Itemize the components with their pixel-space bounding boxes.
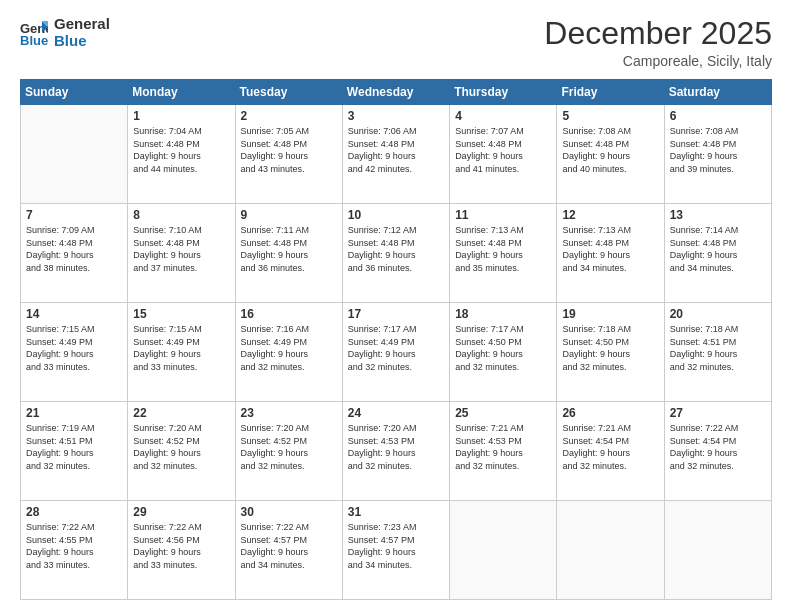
svg-text:Blue: Blue: [20, 33, 48, 47]
calendar-cell: 1Sunrise: 7:04 AMSunset: 4:48 PMDaylight…: [128, 105, 235, 204]
weekday-header-friday: Friday: [557, 80, 664, 105]
day-info: Sunrise: 7:21 AMSunset: 4:54 PMDaylight:…: [562, 422, 658, 472]
day-number: 26: [562, 406, 658, 420]
logo-line1: General: [54, 16, 110, 33]
day-number: 30: [241, 505, 337, 519]
day-number: 19: [562, 307, 658, 321]
day-info: Sunrise: 7:17 AMSunset: 4:50 PMDaylight:…: [455, 323, 551, 373]
day-info: Sunrise: 7:23 AMSunset: 4:57 PMDaylight:…: [348, 521, 444, 571]
month-title: December 2025: [544, 16, 772, 51]
day-number: 27: [670, 406, 766, 420]
day-info: Sunrise: 7:04 AMSunset: 4:48 PMDaylight:…: [133, 125, 229, 175]
day-info: Sunrise: 7:20 AMSunset: 4:53 PMDaylight:…: [348, 422, 444, 472]
calendar-cell: [664, 501, 771, 600]
day-info: Sunrise: 7:21 AMSunset: 4:53 PMDaylight:…: [455, 422, 551, 472]
weekday-header-saturday: Saturday: [664, 80, 771, 105]
logo-icon: General Blue: [20, 19, 48, 47]
day-info: Sunrise: 7:16 AMSunset: 4:49 PMDaylight:…: [241, 323, 337, 373]
calendar-cell: 17Sunrise: 7:17 AMSunset: 4:49 PMDayligh…: [342, 303, 449, 402]
calendar-cell: 2Sunrise: 7:05 AMSunset: 4:48 PMDaylight…: [235, 105, 342, 204]
calendar-cell: 18Sunrise: 7:17 AMSunset: 4:50 PMDayligh…: [450, 303, 557, 402]
day-info: Sunrise: 7:08 AMSunset: 4:48 PMDaylight:…: [562, 125, 658, 175]
calendar-cell: 10Sunrise: 7:12 AMSunset: 4:48 PMDayligh…: [342, 204, 449, 303]
weekday-header-row: SundayMondayTuesdayWednesdayThursdayFrid…: [21, 80, 772, 105]
day-number: 2: [241, 109, 337, 123]
day-number: 17: [348, 307, 444, 321]
calendar-cell: 21Sunrise: 7:19 AMSunset: 4:51 PMDayligh…: [21, 402, 128, 501]
location: Camporeale, Sicily, Italy: [544, 53, 772, 69]
calendar-cell: 13Sunrise: 7:14 AMSunset: 4:48 PMDayligh…: [664, 204, 771, 303]
calendar-cell: 25Sunrise: 7:21 AMSunset: 4:53 PMDayligh…: [450, 402, 557, 501]
day-info: Sunrise: 7:19 AMSunset: 4:51 PMDaylight:…: [26, 422, 122, 472]
calendar-cell: 12Sunrise: 7:13 AMSunset: 4:48 PMDayligh…: [557, 204, 664, 303]
logo-line2: Blue: [54, 33, 110, 50]
weekday-header-sunday: Sunday: [21, 80, 128, 105]
calendar-cell: 7Sunrise: 7:09 AMSunset: 4:48 PMDaylight…: [21, 204, 128, 303]
day-info: Sunrise: 7:20 AMSunset: 4:52 PMDaylight:…: [133, 422, 229, 472]
day-number: 12: [562, 208, 658, 222]
day-number: 20: [670, 307, 766, 321]
day-number: 10: [348, 208, 444, 222]
calendar-cell: 19Sunrise: 7:18 AMSunset: 4:50 PMDayligh…: [557, 303, 664, 402]
calendar-cell: [450, 501, 557, 600]
day-number: 28: [26, 505, 122, 519]
calendar-cell: 24Sunrise: 7:20 AMSunset: 4:53 PMDayligh…: [342, 402, 449, 501]
day-number: 1: [133, 109, 229, 123]
day-number: 18: [455, 307, 551, 321]
calendar-cell: 5Sunrise: 7:08 AMSunset: 4:48 PMDaylight…: [557, 105, 664, 204]
day-info: Sunrise: 7:22 AMSunset: 4:56 PMDaylight:…: [133, 521, 229, 571]
day-number: 25: [455, 406, 551, 420]
day-info: Sunrise: 7:15 AMSunset: 4:49 PMDaylight:…: [133, 323, 229, 373]
day-number: 21: [26, 406, 122, 420]
day-number: 13: [670, 208, 766, 222]
day-info: Sunrise: 7:11 AMSunset: 4:48 PMDaylight:…: [241, 224, 337, 274]
day-number: 9: [241, 208, 337, 222]
day-number: 8: [133, 208, 229, 222]
calendar-cell: 22Sunrise: 7:20 AMSunset: 4:52 PMDayligh…: [128, 402, 235, 501]
calendar-cell: 15Sunrise: 7:15 AMSunset: 4:49 PMDayligh…: [128, 303, 235, 402]
day-info: Sunrise: 7:22 AMSunset: 4:54 PMDaylight:…: [670, 422, 766, 472]
calendar-cell: 23Sunrise: 7:20 AMSunset: 4:52 PMDayligh…: [235, 402, 342, 501]
day-info: Sunrise: 7:12 AMSunset: 4:48 PMDaylight:…: [348, 224, 444, 274]
calendar-cell: 4Sunrise: 7:07 AMSunset: 4:48 PMDaylight…: [450, 105, 557, 204]
calendar-table: SundayMondayTuesdayWednesdayThursdayFrid…: [20, 79, 772, 600]
calendar-cell: 8Sunrise: 7:10 AMSunset: 4:48 PMDaylight…: [128, 204, 235, 303]
day-number: 5: [562, 109, 658, 123]
header: General Blue General Blue December 2025 …: [20, 16, 772, 69]
day-number: 6: [670, 109, 766, 123]
day-info: Sunrise: 7:22 AMSunset: 4:55 PMDaylight:…: [26, 521, 122, 571]
day-info: Sunrise: 7:14 AMSunset: 4:48 PMDaylight:…: [670, 224, 766, 274]
day-number: 24: [348, 406, 444, 420]
day-info: Sunrise: 7:17 AMSunset: 4:49 PMDaylight:…: [348, 323, 444, 373]
calendar-cell: 20Sunrise: 7:18 AMSunset: 4:51 PMDayligh…: [664, 303, 771, 402]
day-info: Sunrise: 7:08 AMSunset: 4:48 PMDaylight:…: [670, 125, 766, 175]
calendar-cell: 29Sunrise: 7:22 AMSunset: 4:56 PMDayligh…: [128, 501, 235, 600]
calendar-cell: 30Sunrise: 7:22 AMSunset: 4:57 PMDayligh…: [235, 501, 342, 600]
day-info: Sunrise: 7:05 AMSunset: 4:48 PMDaylight:…: [241, 125, 337, 175]
calendar-cell: 27Sunrise: 7:22 AMSunset: 4:54 PMDayligh…: [664, 402, 771, 501]
day-info: Sunrise: 7:20 AMSunset: 4:52 PMDaylight:…: [241, 422, 337, 472]
day-number: 29: [133, 505, 229, 519]
day-number: 3: [348, 109, 444, 123]
calendar-cell: [21, 105, 128, 204]
calendar-cell: [557, 501, 664, 600]
day-number: 15: [133, 307, 229, 321]
day-info: Sunrise: 7:07 AMSunset: 4:48 PMDaylight:…: [455, 125, 551, 175]
day-number: 16: [241, 307, 337, 321]
day-info: Sunrise: 7:09 AMSunset: 4:48 PMDaylight:…: [26, 224, 122, 274]
day-info: Sunrise: 7:06 AMSunset: 4:48 PMDaylight:…: [348, 125, 444, 175]
day-info: Sunrise: 7:10 AMSunset: 4:48 PMDaylight:…: [133, 224, 229, 274]
week-row-1: 1Sunrise: 7:04 AMSunset: 4:48 PMDaylight…: [21, 105, 772, 204]
calendar-cell: 6Sunrise: 7:08 AMSunset: 4:48 PMDaylight…: [664, 105, 771, 204]
title-block: December 2025 Camporeale, Sicily, Italy: [544, 16, 772, 69]
calendar-cell: 16Sunrise: 7:16 AMSunset: 4:49 PMDayligh…: [235, 303, 342, 402]
page: General Blue General Blue December 2025 …: [0, 0, 792, 612]
week-row-2: 7Sunrise: 7:09 AMSunset: 4:48 PMDaylight…: [21, 204, 772, 303]
calendar-cell: 3Sunrise: 7:06 AMSunset: 4:48 PMDaylight…: [342, 105, 449, 204]
calendar-cell: 31Sunrise: 7:23 AMSunset: 4:57 PMDayligh…: [342, 501, 449, 600]
calendar-cell: 28Sunrise: 7:22 AMSunset: 4:55 PMDayligh…: [21, 501, 128, 600]
day-number: 23: [241, 406, 337, 420]
weekday-header-monday: Monday: [128, 80, 235, 105]
day-number: 4: [455, 109, 551, 123]
day-number: 14: [26, 307, 122, 321]
